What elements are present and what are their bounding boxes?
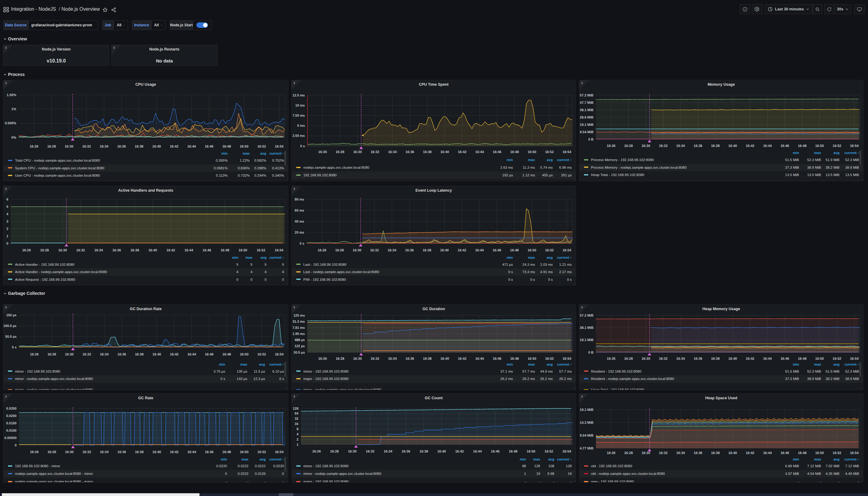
svg-text:16:38: 16:38 <box>423 150 432 154</box>
svg-text:16:44: 16:44 <box>187 352 196 356</box>
svg-text:16:30: 16:30 <box>65 450 74 454</box>
svg-text:16:38: 16:38 <box>711 451 720 455</box>
svg-text:16:38: 16:38 <box>135 352 143 356</box>
svg-text:16:32: 16:32 <box>659 451 668 455</box>
svg-text:16:42: 16:42 <box>458 357 466 360</box>
svg-text:0.500%: 0.500% <box>5 121 17 125</box>
svg-text:16:42: 16:42 <box>746 451 754 455</box>
svg-text:1: 1 <box>296 443 299 446</box>
svg-text:47.7 MiB: 47.7 MiB <box>580 101 593 104</box>
svg-text:16:50: 16:50 <box>240 144 248 148</box>
svg-text:16:30: 16:30 <box>642 144 650 148</box>
svg-text:16:54: 16:54 <box>275 248 284 252</box>
svg-text:16:42: 16:42 <box>170 144 178 148</box>
svg-text:16:34: 16:34 <box>388 357 397 360</box>
svg-text:16:52: 16:52 <box>833 144 841 148</box>
svg-text:57.2 MiB: 57.2 MiB <box>580 313 593 317</box>
svg-text:20 ms: 20 ms <box>295 231 304 234</box>
svg-text:16:36: 16:36 <box>405 248 414 252</box>
svg-text:16:32: 16:32 <box>659 357 668 360</box>
svg-text:16:48: 16:48 <box>223 144 231 148</box>
svg-text:16:32: 16:32 <box>370 248 379 252</box>
svg-text:16:30: 16:30 <box>353 248 361 252</box>
svg-text:16:40: 16:40 <box>153 352 161 356</box>
svg-text:16:54: 16:54 <box>275 144 284 148</box>
svg-text:16:52: 16:52 <box>257 352 266 356</box>
svg-text:32: 32 <box>295 417 299 420</box>
svg-text:16:32: 16:32 <box>371 357 379 360</box>
svg-text:16:50: 16:50 <box>528 357 536 360</box>
svg-text:6: 6 <box>6 198 8 201</box>
svg-text:16:46: 16:46 <box>780 144 789 148</box>
svg-text:16:38: 16:38 <box>423 248 431 252</box>
svg-text:16:38: 16:38 <box>420 449 428 453</box>
svg-text:16:28: 16:28 <box>336 357 345 360</box>
svg-text:16:40: 16:40 <box>440 357 449 360</box>
svg-text:7.50 ms: 7.50 ms <box>293 113 305 117</box>
svg-text:0 s: 0 s <box>300 144 305 148</box>
svg-text:16:40: 16:40 <box>152 144 161 148</box>
svg-text:16:32: 16:32 <box>82 144 91 148</box>
svg-text:16:54: 16:54 <box>850 144 859 148</box>
svg-text:16:40: 16:40 <box>437 449 446 453</box>
svg-text:16:46: 16:46 <box>493 248 501 252</box>
svg-text:16:50: 16:50 <box>528 150 536 154</box>
svg-text:16:30: 16:30 <box>353 150 362 154</box>
svg-text:16:40: 16:40 <box>728 357 737 360</box>
svg-text:16:54: 16:54 <box>563 357 572 360</box>
svg-text:16:26: 16:26 <box>318 248 326 252</box>
svg-text:16:42: 16:42 <box>458 150 466 154</box>
svg-text:16:28: 16:28 <box>624 451 633 455</box>
svg-text:0 B: 0 B <box>588 351 593 354</box>
svg-text:30.5 µs: 30.5 µs <box>293 351 305 354</box>
svg-text:40 ms: 40 ms <box>295 219 304 223</box>
svg-text:16:36: 16:36 <box>694 451 702 455</box>
svg-text:16:38: 16:38 <box>711 144 720 148</box>
svg-text:28.6 MiB: 28.6 MiB <box>580 115 593 119</box>
svg-text:2.50 ms: 2.50 ms <box>293 134 305 138</box>
svg-text:16:26: 16:26 <box>30 450 39 454</box>
svg-text:0.0100: 0.0100 <box>6 429 17 432</box>
svg-text:50.0 µs: 50.0 µs <box>5 335 17 338</box>
svg-text:16:50: 16:50 <box>815 144 824 148</box>
svg-text:9.54 MiB: 9.54 MiB <box>580 434 593 437</box>
svg-text:14.3 MiB: 14.3 MiB <box>580 421 593 424</box>
svg-text:16:34: 16:34 <box>387 248 396 252</box>
svg-text:16:50: 16:50 <box>240 450 248 454</box>
svg-text:16:44: 16:44 <box>473 449 482 453</box>
svg-text:16:32: 16:32 <box>659 144 668 148</box>
svg-text:16:36: 16:36 <box>402 449 410 453</box>
svg-text:16:52: 16:52 <box>833 357 841 360</box>
svg-text:16:46: 16:46 <box>491 449 499 453</box>
svg-text:16:40: 16:40 <box>148 248 157 252</box>
svg-text:16:30: 16:30 <box>348 449 356 453</box>
svg-text:7.81 ms: 7.81 ms <box>293 326 305 329</box>
svg-text:16:46: 16:46 <box>205 352 214 356</box>
svg-text:16:46: 16:46 <box>205 144 213 148</box>
svg-text:16:34: 16:34 <box>94 248 103 252</box>
svg-text:16:40: 16:40 <box>728 451 737 455</box>
svg-text:16:44: 16:44 <box>475 248 484 252</box>
svg-text:16:48: 16:48 <box>223 352 231 356</box>
svg-text:16:48: 16:48 <box>220 248 229 252</box>
svg-text:1%: 1% <box>11 107 16 111</box>
svg-text:16:26: 16:26 <box>318 150 327 154</box>
svg-text:0 s: 0 s <box>300 242 304 245</box>
svg-text:16:34: 16:34 <box>100 352 109 356</box>
svg-text:16:44: 16:44 <box>475 357 484 360</box>
svg-text:488 µs: 488 µs <box>294 338 305 342</box>
svg-text:16:44: 16:44 <box>763 451 772 455</box>
svg-text:16:32: 16:32 <box>82 450 91 454</box>
svg-text:16:44: 16:44 <box>187 450 196 454</box>
svg-text:38.1 MiB: 38.1 MiB <box>580 108 593 112</box>
svg-text:16:38: 16:38 <box>135 144 143 148</box>
svg-text:16:28: 16:28 <box>624 357 633 360</box>
svg-text:16:30: 16:30 <box>642 357 650 360</box>
svg-text:16:36: 16:36 <box>117 352 126 356</box>
svg-text:16:32: 16:32 <box>76 248 85 252</box>
svg-text:16:50: 16:50 <box>239 248 247 252</box>
svg-text:16:40: 16:40 <box>440 248 449 252</box>
svg-text:122 µs: 122 µs <box>294 344 305 348</box>
svg-text:125 ms: 125 ms <box>293 313 305 317</box>
svg-text:100.0 µs: 100.0 µs <box>3 324 17 328</box>
